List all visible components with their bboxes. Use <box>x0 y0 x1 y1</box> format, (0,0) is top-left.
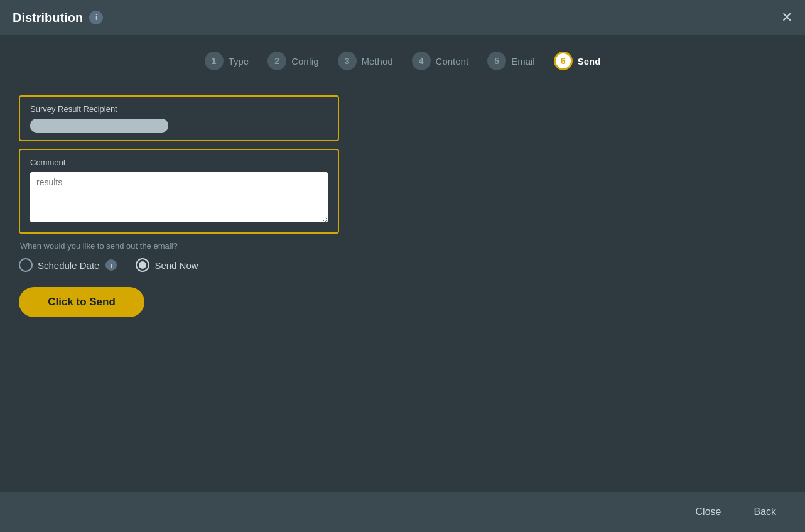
step-5[interactable]: 5 Email <box>487 52 535 70</box>
title-badge: i <box>89 11 103 24</box>
schedule-date-radio-outer <box>19 258 33 272</box>
step-2-label: Config <box>291 56 318 67</box>
title-bar: Distribution i ✕ <box>0 0 805 36</box>
send-timing-radio-group: Schedule Date i Send Now <box>19 258 786 272</box>
step-1-circle: 1 <box>205 52 224 70</box>
step-3-label: Method <box>362 56 393 67</box>
close-button[interactable]: Close <box>686 501 732 523</box>
comment-textarea[interactable] <box>30 172 328 222</box>
title-bar-left: Distribution i <box>13 11 103 25</box>
back-button[interactable]: Back <box>743 501 786 523</box>
step-4-label: Content <box>436 56 469 67</box>
send-now-radio-inner <box>139 261 146 269</box>
timing-question: When would you like to send out the emai… <box>19 241 339 251</box>
recipient-input[interactable] <box>172 121 328 131</box>
step-6-label: Send <box>578 56 601 67</box>
send-now-label: Send Now <box>154 260 198 271</box>
dialog-title: Distribution <box>13 11 83 25</box>
footer: Close Back <box>0 491 805 532</box>
step-3-circle: 3 <box>338 52 357 70</box>
send-now-radio[interactable]: Send Now <box>136 258 198 272</box>
schedule-date-info-badge: i <box>105 259 117 271</box>
comment-section: Comment <box>19 149 339 234</box>
step-5-label: Email <box>511 56 535 67</box>
step-1[interactable]: 1 Type <box>205 52 249 70</box>
step-1-label: Type <box>229 56 249 67</box>
step-6[interactable]: 6 Send <box>554 52 601 70</box>
recipient-input-wrapper <box>30 119 328 133</box>
step-2-circle: 2 <box>267 52 286 70</box>
recipient-section: Survey Result Recipient <box>19 95 339 141</box>
stepper: 1 Type 2 Config 3 Method 4 Content 5 Ema… <box>0 36 805 83</box>
close-dialog-button[interactable]: ✕ <box>781 11 792 24</box>
step-4[interactable]: 4 Content <box>412 52 469 70</box>
main-content: Survey Result Recipient Comment When wou… <box>0 83 805 491</box>
step-5-circle: 5 <box>487 52 506 70</box>
schedule-date-radio[interactable]: Schedule Date i <box>19 258 117 272</box>
send-now-radio-outer <box>136 258 149 272</box>
recipient-tag <box>30 119 168 133</box>
step-3[interactable]: 3 Method <box>338 52 393 70</box>
step-4-circle: 4 <box>412 52 431 70</box>
step-2[interactable]: 2 Config <box>267 52 318 70</box>
step-6-circle: 6 <box>554 52 573 70</box>
comment-label: Comment <box>30 158 328 167</box>
click-to-send-button[interactable]: Click to Send <box>19 287 144 317</box>
recipient-label: Survey Result Recipient <box>30 104 328 114</box>
schedule-date-label: Schedule Date <box>38 260 99 271</box>
